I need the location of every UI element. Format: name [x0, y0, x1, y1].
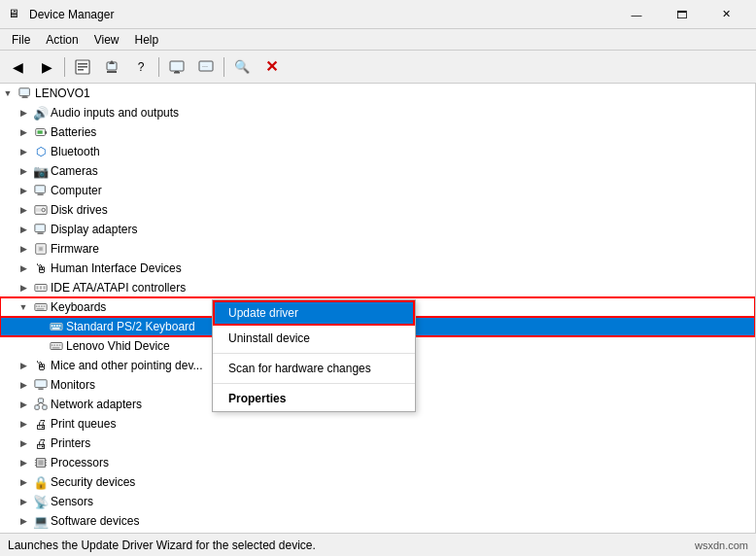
tree-root[interactable]: ▼ LENOVO1: [0, 84, 755, 103]
context-menu-uninstall-device[interactable]: Uninstall device: [213, 326, 415, 351]
hid-label: Human Interface Devices: [51, 261, 182, 275]
svg-rect-2: [78, 66, 87, 68]
monitors-label: Monitors: [51, 378, 95, 392]
tree-item-print-queues[interactable]: ▶ 🖨 Print queues: [0, 414, 755, 434]
title-bar: 🖥 Device Manager — 🗖 ✕: [0, 0, 756, 29]
printers-icon: 🖨: [33, 435, 49, 451]
tree-item-bluetooth[interactable]: ▶ ⬡ Bluetooth: [0, 142, 755, 161]
scan-hardware-toolbar-button[interactable]: 🔍: [228, 53, 256, 81]
back-button[interactable]: ◀: [4, 53, 31, 81]
software-expand-icon[interactable]: ▶: [16, 513, 31, 529]
svg-text:···: ···: [202, 63, 208, 70]
sensors-label: Sensors: [51, 495, 93, 508]
tree-item-cameras[interactable]: ▶ 📷 Cameras: [0, 161, 755, 181]
computer-expand-icon[interactable]: ▶: [16, 183, 31, 198]
lenovo-vhid-label: Lenovo Vhid Device: [66, 339, 170, 353]
uninstall-device-label: Uninstall device: [228, 331, 310, 345]
cameras-expand-icon[interactable]: ▶: [16, 163, 31, 179]
tree-item-software[interactable]: ▶ 💻 Software devices: [0, 511, 755, 531]
print-expand-icon[interactable]: ▶: [16, 416, 31, 432]
security-expand-icon[interactable]: ▶: [16, 474, 31, 490]
processors-expand-icon[interactable]: ▶: [16, 455, 31, 470]
bluetooth-expand-icon[interactable]: ▶: [16, 144, 31, 159]
tree-item-disk[interactable]: ▶ Disk drives: [0, 200, 755, 220]
monitors-expand-icon[interactable]: ▶: [16, 377, 31, 393]
tree-item-hid[interactable]: ▶ 🖱 Human Interface Devices: [0, 259, 755, 278]
status-text: Launches the Update Driver Wizard for th…: [8, 539, 316, 552]
context-menu-update-driver[interactable]: Update driver: [213, 300, 415, 326]
display-icon: [33, 222, 49, 237]
menu-file[interactable]: File: [4, 31, 38, 49]
sensors-icon: 📡: [33, 494, 49, 509]
tree-item-display[interactable]: ▶ Display adapters: [0, 220, 755, 239]
tree-item-sound[interactable]: ▶ 🎵 Sound, video and game controllers: [0, 531, 755, 533]
tree-item-ide[interactable]: ▶ IDE ATA/ATAPI controllers: [0, 278, 755, 297]
ide-label: IDE ATA/ATAPI controllers: [51, 281, 186, 295]
batteries-icon: [33, 124, 49, 140]
network-label: Network adapters: [51, 398, 142, 411]
svg-rect-18: [35, 186, 46, 193]
tree-item-security[interactable]: ▶ 🔒 Security devices: [0, 472, 755, 492]
tree-item-audio[interactable]: ▶ 🔊 Audio inputs and outputs: [0, 103, 755, 122]
toolbar-sep-3: [223, 57, 224, 77]
keyboards-icon: [33, 299, 49, 315]
display-hidden-btn[interactable]: ···: [192, 53, 220, 81]
tree-item-sensors[interactable]: ▶ 📡 Sensors: [0, 492, 755, 511]
tree-item-computer[interactable]: ▶ Computer: [0, 181, 755, 200]
minimize-button[interactable]: —: [614, 0, 659, 29]
disk-label: Disk drives: [51, 203, 108, 217]
hid-icon: 🖱: [33, 261, 49, 276]
root-expand-icon[interactable]: ▼: [0, 86, 16, 101]
cameras-label: Cameras: [51, 164, 98, 178]
disk-expand-icon[interactable]: ▶: [16, 202, 31, 218]
maximize-button[interactable]: 🗖: [659, 0, 704, 29]
audio-expand-icon[interactable]: ▶: [16, 105, 31, 121]
mice-label: Mice and other pointing dev...: [51, 359, 203, 372]
bluetooth-icon: ⬡: [33, 144, 49, 159]
svg-rect-13: [22, 97, 28, 98]
context-menu-properties[interactable]: Properties: [213, 386, 415, 411]
tree-item-firmware[interactable]: ▶ Firmware: [0, 239, 755, 259]
tree-view[interactable]: ▼ LENOVO1 ▶ 🔊 Audio inputs and outputs ▶: [0, 84, 756, 533]
help-toolbar-button[interactable]: ?: [127, 53, 155, 81]
remove-device-btn[interactable]: ✕: [258, 53, 285, 81]
print-icon: 🖨: [33, 416, 49, 432]
svg-rect-54: [43, 405, 47, 409]
ide-expand-icon[interactable]: ▶: [16, 280, 31, 295]
svg-rect-36: [44, 305, 46, 307]
batteries-expand-icon[interactable]: ▶: [16, 124, 31, 140]
svg-rect-33: [36, 305, 38, 307]
display-expand-icon[interactable]: ▶: [16, 222, 31, 237]
svg-rect-7: [170, 61, 184, 71]
processors-label: Processors: [51, 456, 109, 469]
printers-expand-icon[interactable]: ▶: [16, 435, 31, 451]
context-menu-scan-hardware[interactable]: Scan for hardware changes: [213, 356, 415, 381]
svg-rect-35: [41, 305, 43, 307]
menu-view[interactable]: View: [86, 31, 127, 49]
display-label: Display adapters: [51, 223, 137, 236]
network-expand-icon[interactable]: ▶: [16, 397, 31, 412]
sensors-expand-icon[interactable]: ▶: [16, 494, 31, 509]
svg-rect-50: [35, 380, 47, 388]
menu-help[interactable]: Help: [127, 31, 167, 49]
update-driver-toolbar-button[interactable]: [98, 53, 125, 81]
firmware-expand-icon[interactable]: ▶: [16, 241, 31, 257]
menu-action[interactable]: Action: [38, 31, 86, 49]
forward-button[interactable]: ▶: [33, 53, 60, 81]
close-button[interactable]: ✕: [704, 0, 748, 29]
properties-toolbar-button[interactable]: [69, 53, 96, 81]
display-devices-btn[interactable]: [163, 53, 190, 81]
svg-rect-42: [59, 325, 61, 327]
processors-icon: [33, 455, 49, 470]
context-menu-sep-1: [213, 353, 415, 354]
mice-icon: 🖱: [33, 358, 49, 373]
toolbar-sep-1: [64, 57, 65, 77]
tree-item-processors[interactable]: ▶ Processors: [0, 453, 755, 472]
lenovo-vhid-icon: [49, 338, 64, 354]
keyboards-expand-icon[interactable]: ▼: [16, 299, 31, 315]
tree-item-printers[interactable]: ▶ 🖨 Printers: [0, 434, 755, 453]
svg-rect-1: [78, 63, 87, 65]
hid-expand-icon[interactable]: ▶: [16, 261, 31, 276]
mice-expand-icon[interactable]: ▶: [16, 358, 31, 373]
tree-item-batteries[interactable]: ▶ Batteries: [0, 122, 755, 142]
